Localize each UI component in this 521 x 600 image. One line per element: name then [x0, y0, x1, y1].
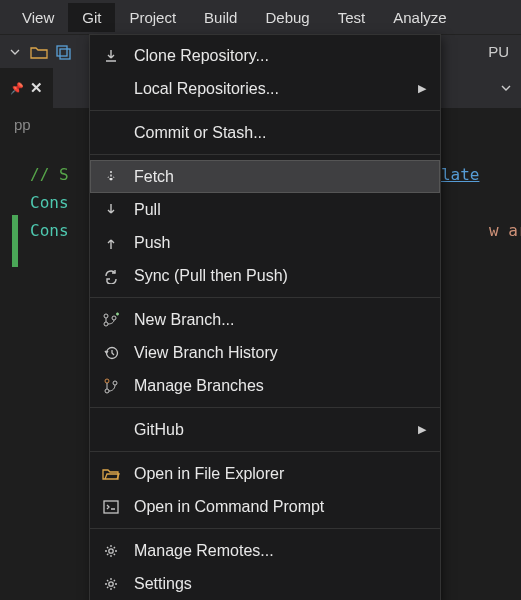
- menu-test[interactable]: Test: [324, 3, 380, 32]
- svg-rect-1: [60, 49, 70, 59]
- menu-build[interactable]: Build: [190, 3, 251, 32]
- menu-view[interactable]: View: [8, 3, 68, 32]
- menu-label: View Branch History: [134, 344, 278, 362]
- git-menu-manage-remotes[interactable]: Manage Remotes...: [90, 534, 440, 567]
- branch-new-icon: [100, 309, 122, 331]
- code-identifier: Cons: [30, 221, 69, 240]
- svg-point-7: [105, 389, 109, 393]
- blank-icon: [100, 78, 122, 100]
- menu-git[interactable]: Git: [68, 3, 115, 32]
- git-menu-github[interactable]: GitHub ▶: [90, 413, 440, 446]
- branch-icon: [100, 375, 122, 397]
- close-icon[interactable]: ✕: [30, 79, 43, 97]
- sync-icon: [100, 265, 122, 287]
- pull-icon: [100, 199, 122, 221]
- code-comment: // S: [30, 165, 69, 184]
- gear-icon: [100, 540, 122, 562]
- gear-icon: [100, 573, 122, 595]
- menu-separator: [90, 407, 440, 408]
- git-menu-view-branch-history[interactable]: View Branch History: [90, 336, 440, 369]
- menu-label: Settings: [134, 575, 192, 593]
- terminal-icon: [100, 496, 122, 518]
- push-icon: [100, 232, 122, 254]
- menu-separator: [90, 110, 440, 111]
- save-all-icon[interactable]: [54, 43, 72, 61]
- menu-analyze[interactable]: Analyze: [379, 3, 460, 32]
- git-menu-clone-repository[interactable]: Clone Repository...: [90, 39, 440, 72]
- open-folder-icon[interactable]: [30, 43, 48, 61]
- git-menu-open-file-explorer[interactable]: Open in File Explorer: [90, 457, 440, 490]
- menu-label: GitHub: [134, 421, 184, 439]
- blank-icon: [100, 122, 122, 144]
- git-dropdown-menu: Clone Repository... Local Repositories..…: [89, 34, 441, 600]
- menu-label: New Branch...: [134, 311, 234, 329]
- git-menu-settings[interactable]: Settings: [90, 567, 440, 600]
- svg-point-10: [109, 548, 113, 552]
- menu-label: Fetch: [134, 168, 174, 186]
- svg-rect-9: [104, 501, 118, 513]
- git-menu-push[interactable]: Push: [90, 226, 440, 259]
- code-identifier: Cons: [30, 193, 69, 212]
- menu-label: Push: [134, 234, 170, 252]
- submenu-arrow-icon: ▶: [418, 423, 426, 436]
- menu-label: Manage Branches: [134, 377, 264, 395]
- toolbar-right-text: PU: [488, 43, 515, 60]
- menu-label: Commit or Stash...: [134, 124, 266, 142]
- menu-label: Clone Repository...: [134, 47, 269, 65]
- svg-point-2: [104, 314, 108, 318]
- submenu-arrow-icon: ▶: [418, 82, 426, 95]
- menu-separator: [90, 297, 440, 298]
- svg-point-6: [105, 379, 109, 383]
- git-menu-new-branch[interactable]: New Branch...: [90, 303, 440, 336]
- menu-label: Open in File Explorer: [134, 465, 284, 483]
- git-menu-sync[interactable]: Sync (Pull then Push): [90, 259, 440, 292]
- svg-point-3: [104, 322, 108, 326]
- menu-separator: [90, 528, 440, 529]
- git-menu-manage-branches[interactable]: Manage Branches: [90, 369, 440, 402]
- menu-separator: [90, 154, 440, 155]
- menu-project[interactable]: Project: [115, 3, 190, 32]
- git-menu-fetch[interactable]: Fetch: [90, 160, 440, 193]
- menu-label: Local Repositories...: [134, 80, 279, 98]
- svg-point-11: [109, 581, 113, 585]
- svg-point-4: [112, 316, 116, 320]
- pin-icon[interactable]: 📌: [10, 82, 24, 95]
- menu-label: Sync (Pull then Push): [134, 267, 288, 285]
- svg-rect-0: [57, 46, 67, 56]
- menu-label: Pull: [134, 201, 161, 219]
- svg-point-8: [113, 381, 117, 385]
- menu-debug[interactable]: Debug: [251, 3, 323, 32]
- editor-split-dropdown[interactable]: [491, 74, 521, 102]
- active-tab[interactable]: 📌 ✕: [0, 68, 53, 108]
- blank-icon: [100, 419, 122, 441]
- menu-label: Manage Remotes...: [134, 542, 274, 560]
- menubar: View Git Project Build Debug Test Analyz…: [0, 0, 521, 34]
- toolbar-caret-icon[interactable]: [6, 43, 24, 61]
- history-icon: [100, 342, 122, 364]
- git-menu-commit-or-stash[interactable]: Commit or Stash...: [90, 116, 440, 149]
- menu-separator: [90, 451, 440, 452]
- fetch-icon: [100, 166, 122, 188]
- folder-open-icon: [100, 463, 122, 485]
- git-menu-pull[interactable]: Pull: [90, 193, 440, 226]
- download-icon: [100, 45, 122, 67]
- menu-label: Open in Command Prompt: [134, 498, 324, 516]
- git-menu-open-command-prompt[interactable]: Open in Command Prompt: [90, 490, 440, 523]
- git-menu-local-repositories[interactable]: Local Repositories... ▶: [90, 72, 440, 105]
- change-gutter-mark: [12, 215, 18, 267]
